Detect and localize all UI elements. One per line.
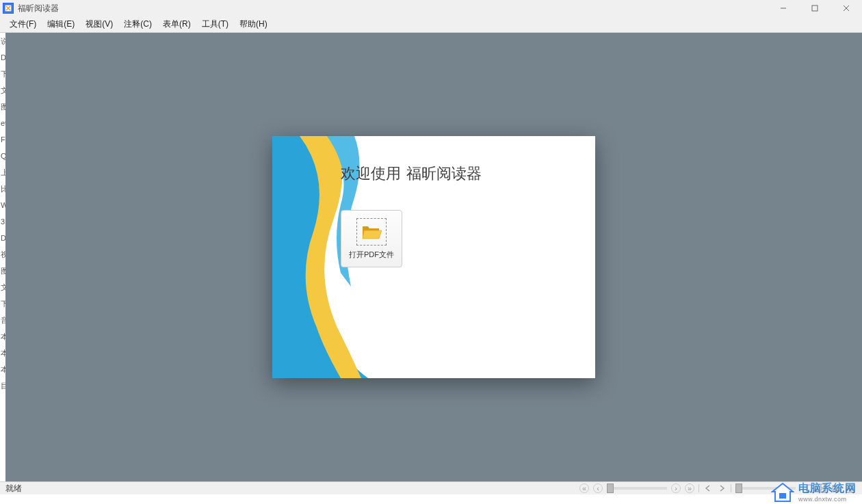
sidebar-item[interactable]: 图	[0, 263, 5, 279]
watermark: 电脑系统网 www.dnxtw.com	[771, 481, 857, 503]
sidebar-item[interactable]: 音	[0, 312, 5, 328]
maximize-button[interactable]	[799, 0, 831, 16]
watermark-url: www.dnxtw.com	[798, 496, 847, 503]
status-ready: 就绪	[0, 483, 22, 494]
menu-file[interactable]: 文件(F)	[4, 17, 42, 31]
minimize-button[interactable]	[768, 0, 799, 16]
welcome-prefix: 欢迎使用	[341, 163, 401, 184]
sidebar-item[interactable]: 本	[0, 345, 5, 361]
separator	[731, 484, 731, 492]
content-area: 欢迎使用 福昕阅读器 打开PDF文件	[5, 33, 862, 481]
menu-form[interactable]: 表单(R)	[157, 17, 196, 31]
sidebar-item[interactable]: D	[0, 49, 5, 66]
sidebar-item[interactable]: 图	[0, 98, 5, 115]
sidebar-item[interactable]: Q	[0, 148, 5, 164]
sidebar-item[interactable]: W	[0, 197, 5, 213]
menu-help[interactable]: 帮助(H)	[234, 17, 273, 31]
sidebar-item[interactable]: 文	[0, 279, 5, 295]
welcome-title: 欢迎使用 福昕阅读器	[341, 163, 582, 184]
back-arrow-icon[interactable]	[703, 483, 713, 493]
bottom-strip	[0, 494, 862, 504]
sidebar-item[interactable]: 本	[0, 361, 5, 377]
sidebar-item[interactable]: 3	[0, 213, 5, 230]
page-slider[interactable]	[607, 487, 667, 490]
window-controls	[768, 0, 862, 16]
menu-tools[interactable]: 工具(T)	[196, 17, 234, 31]
last-page-icon[interactable]: »	[685, 483, 694, 493]
folder-open-icon	[361, 224, 382, 240]
sidebar-item[interactable]: 本	[0, 328, 5, 345]
sidebar-item[interactable]: 上	[0, 164, 5, 181]
app-title: 福昕阅读器	[18, 3, 59, 14]
welcome-app-name: 福昕阅读器	[406, 163, 482, 184]
left-sidebar: 说 D 下 文 图 et Fi Q 上 比 W 3 D 视 图 文 下 音 本 …	[0, 33, 5, 481]
sidebar-item[interactable]: Fi	[0, 131, 5, 148]
next-page-icon[interactable]: ›	[671, 483, 681, 493]
menu-view[interactable]: 视图(V)	[80, 17, 118, 31]
app-icon	[3, 3, 14, 14]
sidebar-item[interactable]: 下	[0, 66, 5, 82]
svg-rect-2	[812, 5, 818, 11]
sidebar-item[interactable]: 目	[0, 377, 5, 394]
watermark-logo-icon	[771, 482, 794, 503]
sidebar-item[interactable]: D	[0, 230, 5, 246]
separator	[698, 484, 699, 492]
svg-rect-14	[779, 493, 786, 499]
watermark-text: 电脑系统网	[798, 481, 857, 496]
sidebar-item[interactable]: 视	[0, 246, 5, 263]
sidebar-item[interactable]: 比	[0, 181, 5, 197]
first-page-icon[interactable]: «	[579, 483, 589, 493]
sidebar-item[interactable]: 文	[0, 82, 5, 98]
close-button[interactable]	[831, 0, 862, 16]
sidebar-item[interactable]: et	[0, 115, 5, 131]
menu-annotate[interactable]: 注释(C)	[118, 17, 157, 31]
sidebar-item[interactable]: 下	[0, 295, 5, 312]
status-bar: 就绪 « ‹ › »	[0, 481, 862, 494]
open-pdf-label: 打开PDF文件	[349, 250, 394, 260]
welcome-panel: 欢迎使用 福昕阅读器 打开PDF文件	[272, 136, 595, 378]
open-pdf-button[interactable]: 打开PDF文件	[341, 210, 402, 267]
prev-page-icon[interactable]: ‹	[593, 483, 603, 493]
forward-arrow-icon[interactable]	[717, 483, 727, 493]
menu-edit[interactable]: 编辑(E)	[42, 17, 80, 31]
title-bar: 福昕阅读器	[0, 0, 862, 16]
folder-icon-box	[356, 218, 387, 246]
sidebar-item[interactable]: 说	[0, 33, 5, 49]
menu-bar: 文件(F) 编辑(E) 视图(V) 注释(C) 表单(R) 工具(T) 帮助(H…	[0, 16, 862, 33]
